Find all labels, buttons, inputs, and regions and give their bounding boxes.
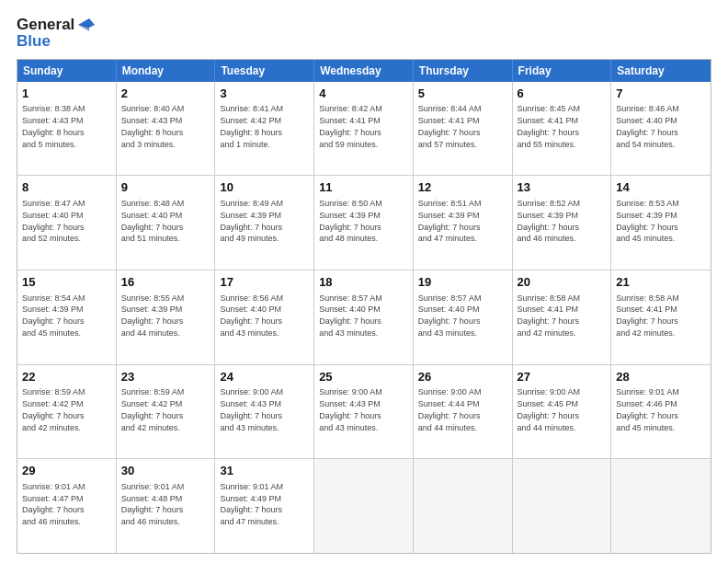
day-number: 21 bbox=[616, 274, 706, 291]
empty-cell bbox=[314, 459, 414, 553]
day-number: 10 bbox=[220, 179, 309, 196]
sun-info: Sunrise: 8:54 AM Sunset: 4:39 PM Dayligh… bbox=[22, 293, 85, 338]
day-number: 28 bbox=[616, 369, 706, 385]
sun-info: Sunrise: 8:51 AM Sunset: 4:39 PM Dayligh… bbox=[418, 199, 482, 243]
sun-info: Sunrise: 8:45 AM Sunset: 4:41 PM Dayligh… bbox=[518, 104, 581, 148]
sun-info: Sunrise: 8:56 AM Sunset: 4:40 PM Dayligh… bbox=[220, 293, 283, 338]
day-number: 19 bbox=[418, 274, 507, 291]
day-cell-22: 22Sunrise: 8:59 AM Sunset: 4:42 PM Dayli… bbox=[17, 365, 117, 459]
sun-info: Sunrise: 9:01 AM Sunset: 4:48 PM Dayligh… bbox=[121, 482, 185, 526]
calendar-row-2: 8Sunrise: 8:47 AM Sunset: 4:40 PM Daylig… bbox=[17, 175, 711, 270]
day-cell-29: 29Sunrise: 9:01 AM Sunset: 4:47 PM Dayli… bbox=[17, 459, 117, 553]
day-number: 24 bbox=[220, 369, 309, 385]
day-cell-26: 26Sunrise: 9:00 AM Sunset: 4:44 PM Dayli… bbox=[414, 365, 513, 459]
day-cell-24: 24Sunrise: 9:00 AM Sunset: 4:43 PM Dayli… bbox=[215, 365, 314, 459]
day-number: 4 bbox=[319, 86, 408, 102]
day-cell-14: 14Sunrise: 8:53 AM Sunset: 4:39 PM Dayli… bbox=[611, 176, 711, 270]
sun-info: Sunrise: 8:57 AM Sunset: 4:40 PM Dayligh… bbox=[418, 293, 482, 338]
sun-info: Sunrise: 8:40 AM Sunset: 4:43 PM Dayligh… bbox=[121, 104, 185, 148]
day-number: 30 bbox=[121, 463, 210, 479]
day-number: 14 bbox=[616, 179, 706, 196]
sun-info: Sunrise: 8:41 AM Sunset: 4:42 PM Dayligh… bbox=[220, 104, 283, 148]
sun-info: Sunrise: 8:46 AM Sunset: 4:40 PM Dayligh… bbox=[616, 104, 679, 148]
calendar-body: 1Sunrise: 8:38 AM Sunset: 4:43 PM Daylig… bbox=[17, 82, 711, 553]
day-cell-15: 15Sunrise: 8:54 AM Sunset: 4:39 PM Dayli… bbox=[17, 270, 117, 364]
sun-info: Sunrise: 8:57 AM Sunset: 4:40 PM Dayligh… bbox=[319, 293, 382, 338]
weekday-header-monday: Monday bbox=[117, 60, 216, 82]
day-number: 18 bbox=[319, 274, 408, 291]
day-number: 12 bbox=[418, 179, 507, 196]
calendar-header: SundayMondayTuesdayWednesdayThursdayFrid… bbox=[17, 60, 711, 82]
weekday-header-saturday: Saturday bbox=[611, 60, 711, 82]
logo-wing-icon bbox=[78, 18, 95, 31]
sun-info: Sunrise: 9:00 AM Sunset: 4:43 PM Dayligh… bbox=[220, 387, 283, 431]
sun-info: Sunrise: 9:00 AM Sunset: 4:43 PM Dayligh… bbox=[319, 387, 382, 431]
sun-info: Sunrise: 8:59 AM Sunset: 4:42 PM Dayligh… bbox=[121, 387, 185, 431]
day-cell-11: 11Sunrise: 8:50 AM Sunset: 4:39 PM Dayli… bbox=[314, 176, 414, 270]
sun-info: Sunrise: 8:53 AM Sunset: 4:39 PM Dayligh… bbox=[616, 199, 679, 243]
day-cell-2: 2Sunrise: 8:40 AM Sunset: 4:43 PM Daylig… bbox=[117, 82, 216, 176]
weekday-header-sunday: Sunday bbox=[17, 60, 117, 82]
weekday-header-friday: Friday bbox=[513, 60, 612, 82]
calendar: SundayMondayTuesdayWednesdayThursdayFrid… bbox=[17, 59, 711, 554]
sun-info: Sunrise: 8:38 AM Sunset: 4:43 PM Dayligh… bbox=[22, 104, 85, 148]
header: General Blue bbox=[17, 17, 711, 50]
day-number: 2 bbox=[121, 86, 210, 102]
day-cell-7: 7Sunrise: 8:46 AM Sunset: 4:40 PM Daylig… bbox=[611, 82, 711, 176]
sun-info: Sunrise: 9:01 AM Sunset: 4:46 PM Dayligh… bbox=[616, 387, 679, 431]
day-number: 11 bbox=[319, 179, 408, 196]
sun-info: Sunrise: 8:50 AM Sunset: 4:39 PM Dayligh… bbox=[319, 199, 382, 243]
day-cell-1: 1Sunrise: 8:38 AM Sunset: 4:43 PM Daylig… bbox=[17, 82, 117, 176]
day-cell-4: 4Sunrise: 8:42 AM Sunset: 4:41 PM Daylig… bbox=[314, 82, 414, 176]
sun-info: Sunrise: 9:00 AM Sunset: 4:44 PM Dayligh… bbox=[418, 387, 482, 431]
empty-cell bbox=[414, 459, 513, 553]
sun-info: Sunrise: 8:49 AM Sunset: 4:39 PM Dayligh… bbox=[220, 199, 283, 243]
sun-info: Sunrise: 8:48 AM Sunset: 4:40 PM Dayligh… bbox=[121, 199, 185, 243]
day-number: 13 bbox=[518, 179, 607, 196]
day-cell-28: 28Sunrise: 9:01 AM Sunset: 4:46 PM Dayli… bbox=[611, 365, 711, 459]
day-cell-12: 12Sunrise: 8:51 AM Sunset: 4:39 PM Dayli… bbox=[414, 176, 513, 270]
sun-info: Sunrise: 8:59 AM Sunset: 4:42 PM Dayligh… bbox=[22, 387, 85, 431]
day-number: 8 bbox=[22, 179, 111, 196]
sun-info: Sunrise: 9:00 AM Sunset: 4:45 PM Dayligh… bbox=[518, 387, 581, 431]
day-cell-9: 9Sunrise: 8:48 AM Sunset: 4:40 PM Daylig… bbox=[117, 176, 216, 270]
day-number: 26 bbox=[418, 369, 507, 385]
day-number: 1 bbox=[22, 86, 111, 102]
day-cell-19: 19Sunrise: 8:57 AM Sunset: 4:40 PM Dayli… bbox=[414, 270, 513, 364]
day-number: 15 bbox=[22, 274, 111, 291]
day-cell-21: 21Sunrise: 8:58 AM Sunset: 4:41 PM Dayli… bbox=[611, 270, 711, 364]
day-number: 7 bbox=[616, 86, 706, 102]
sun-info: Sunrise: 8:42 AM Sunset: 4:41 PM Dayligh… bbox=[319, 104, 382, 148]
day-cell-30: 30Sunrise: 9:01 AM Sunset: 4:48 PM Dayli… bbox=[117, 459, 216, 553]
day-number: 20 bbox=[518, 274, 607, 291]
day-cell-16: 16Sunrise: 8:55 AM Sunset: 4:39 PM Dayli… bbox=[117, 270, 216, 364]
day-number: 3 bbox=[220, 86, 309, 102]
day-number: 9 bbox=[121, 179, 210, 196]
day-number: 22 bbox=[22, 369, 111, 385]
day-number: 27 bbox=[518, 369, 607, 385]
day-cell-6: 6Sunrise: 8:45 AM Sunset: 4:41 PM Daylig… bbox=[513, 82, 612, 176]
day-cell-27: 27Sunrise: 9:00 AM Sunset: 4:45 PM Dayli… bbox=[513, 365, 612, 459]
weekday-header-tuesday: Tuesday bbox=[215, 60, 314, 82]
day-number: 29 bbox=[22, 463, 111, 479]
day-cell-25: 25Sunrise: 9:00 AM Sunset: 4:43 PM Dayli… bbox=[314, 365, 414, 459]
day-cell-20: 20Sunrise: 8:58 AM Sunset: 4:41 PM Dayli… bbox=[513, 270, 612, 364]
day-cell-5: 5Sunrise: 8:44 AM Sunset: 4:41 PM Daylig… bbox=[414, 82, 513, 176]
day-cell-8: 8Sunrise: 8:47 AM Sunset: 4:40 PM Daylig… bbox=[17, 176, 117, 270]
day-cell-3: 3Sunrise: 8:41 AM Sunset: 4:42 PM Daylig… bbox=[215, 82, 314, 176]
sun-info: Sunrise: 9:01 AM Sunset: 4:49 PM Dayligh… bbox=[220, 482, 283, 526]
day-number: 16 bbox=[121, 274, 210, 291]
day-cell-18: 18Sunrise: 8:57 AM Sunset: 4:40 PM Dayli… bbox=[314, 270, 414, 364]
calendar-row-4: 22Sunrise: 8:59 AM Sunset: 4:42 PM Dayli… bbox=[17, 364, 711, 459]
sun-info: Sunrise: 8:52 AM Sunset: 4:39 PM Dayligh… bbox=[518, 199, 581, 243]
calendar-row-1: 1Sunrise: 8:38 AM Sunset: 4:43 PM Daylig… bbox=[17, 82, 711, 176]
day-cell-13: 13Sunrise: 8:52 AM Sunset: 4:39 PM Dayli… bbox=[513, 176, 612, 270]
weekday-header-wednesday: Wednesday bbox=[314, 60, 414, 82]
logo-text: General bbox=[17, 17, 95, 33]
day-cell-17: 17Sunrise: 8:56 AM Sunset: 4:40 PM Dayli… bbox=[215, 270, 314, 364]
sun-info: Sunrise: 9:01 AM Sunset: 4:47 PM Dayligh… bbox=[22, 482, 85, 526]
empty-cell bbox=[611, 459, 711, 553]
calendar-row-5: 29Sunrise: 9:01 AM Sunset: 4:47 PM Dayli… bbox=[17, 458, 711, 553]
logo-general-text: General bbox=[17, 17, 74, 33]
calendar-row-3: 15Sunrise: 8:54 AM Sunset: 4:39 PM Dayli… bbox=[17, 270, 711, 364]
